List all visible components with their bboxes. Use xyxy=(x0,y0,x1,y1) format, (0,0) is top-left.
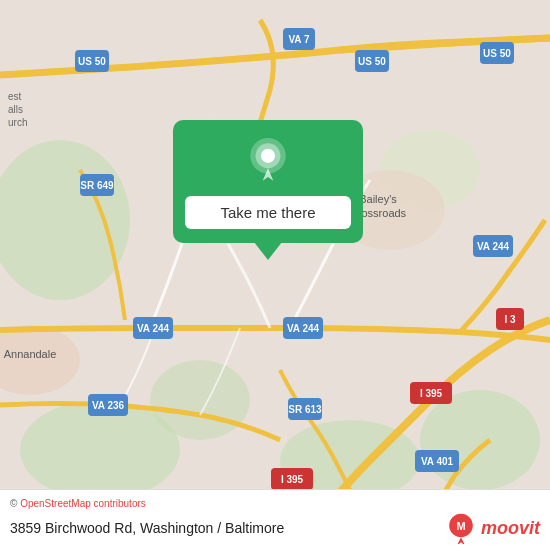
location-popup: Take me there xyxy=(168,120,368,260)
moovit-icon: M xyxy=(445,512,477,544)
svg-text:I 395: I 395 xyxy=(420,388,443,399)
svg-text:VA 244: VA 244 xyxy=(287,323,320,334)
map-container: US 50 US 50 US 50 VA 7 VA 7 VA 244 VA 24… xyxy=(0,0,550,550)
svg-text:est: est xyxy=(8,91,22,102)
svg-text:VA 401: VA 401 xyxy=(421,456,454,467)
bottom-bar: © OpenStreetMap contributors 3859 Birchw… xyxy=(0,489,550,550)
address-row: 3859 Birchwood Rd, Washington / Baltimor… xyxy=(10,512,540,544)
svg-point-5 xyxy=(150,360,250,440)
osm-link[interactable]: OpenStreetMap contributors xyxy=(20,498,146,509)
svg-text:SR 613: SR 613 xyxy=(288,404,322,415)
svg-text:I 3: I 3 xyxy=(504,314,516,325)
popup-triangle xyxy=(254,242,282,260)
svg-text:US 50: US 50 xyxy=(358,56,386,67)
popup-box: Take me there xyxy=(173,120,363,243)
svg-text:Annandale: Annandale xyxy=(4,348,57,360)
moovit-brand-text: moovit xyxy=(481,518,540,539)
location-pin-icon xyxy=(244,138,292,186)
svg-text:US 50: US 50 xyxy=(483,48,511,59)
svg-point-2 xyxy=(420,390,540,490)
svg-text:VA 236: VA 236 xyxy=(92,400,125,411)
osm-copyright-icon: © xyxy=(10,498,17,509)
svg-text:M: M xyxy=(456,520,465,532)
svg-point-48 xyxy=(261,149,275,163)
svg-text:I 395: I 395 xyxy=(281,474,304,485)
svg-text:VA 7: VA 7 xyxy=(288,34,310,45)
svg-text:VA 244: VA 244 xyxy=(477,241,510,252)
svg-text:alls: alls xyxy=(8,104,23,115)
svg-text:urch: urch xyxy=(8,117,27,128)
take-me-there-button[interactable]: Take me there xyxy=(185,196,351,229)
svg-text:US 50: US 50 xyxy=(78,56,106,67)
svg-text:VA 244: VA 244 xyxy=(137,323,170,334)
osm-attribution: © OpenStreetMap contributors xyxy=(10,498,540,509)
map-background: US 50 US 50 US 50 VA 7 VA 7 VA 244 VA 24… xyxy=(0,0,550,550)
svg-text:SR 649: SR 649 xyxy=(80,180,114,191)
address-text: 3859 Birchwood Rd, Washington / Baltimor… xyxy=(10,520,284,536)
moovit-logo: M moovit xyxy=(445,512,540,544)
